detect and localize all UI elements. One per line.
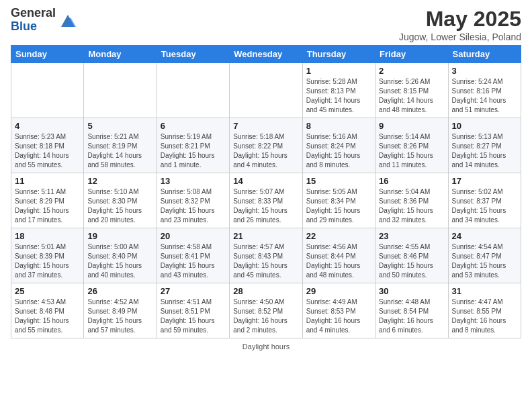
calendar-cell: 19Sunrise: 5:00 AM Sunset: 8:40 PM Dayli… [84, 228, 157, 283]
day-number: 1 [306, 66, 371, 76]
day-info: Sunrise: 4:48 AM Sunset: 8:54 PM Dayligh… [379, 298, 444, 335]
day-info: Sunrise: 5:07 AM Sunset: 8:33 PM Dayligh… [233, 187, 298, 225]
calendar-cell: 21Sunrise: 4:57 AM Sunset: 8:43 PM Dayli… [230, 228, 302, 283]
calendar-week-row: 11Sunrise: 5:11 AM Sunset: 8:29 PM Dayli… [11, 173, 521, 228]
calendar-cell: 17Sunrise: 5:02 AM Sunset: 8:37 PM Dayli… [448, 173, 521, 228]
day-number: 31 [452, 286, 517, 296]
day-of-week-header: Thursday [302, 46, 375, 63]
day-info: Sunrise: 4:47 AM Sunset: 8:55 PM Dayligh… [452, 298, 517, 335]
day-info: Sunrise: 5:23 AM Sunset: 8:18 PM Dayligh… [15, 132, 80, 170]
day-number: 18 [15, 231, 80, 241]
calendar-cell: 30Sunrise: 4:48 AM Sunset: 8:54 PM Dayli… [375, 283, 448, 338]
day-number: 20 [161, 231, 226, 241]
day-info: Sunrise: 4:54 AM Sunset: 8:47 PM Dayligh… [452, 242, 517, 280]
day-number: 26 [87, 286, 152, 296]
logo-icon [58, 11, 77, 30]
day-info: Sunrise: 5:16 AM Sunset: 8:24 PM Dayligh… [306, 132, 371, 170]
day-info: Sunrise: 4:53 AM Sunset: 8:48 PM Dayligh… [15, 298, 80, 335]
day-number: 10 [452, 121, 517, 131]
calendar-cell: 26Sunrise: 4:52 AM Sunset: 8:49 PM Dayli… [84, 283, 157, 338]
day-number: 28 [233, 286, 298, 296]
calendar-body: 1Sunrise: 5:28 AM Sunset: 8:13 PM Daylig… [11, 63, 521, 338]
day-number: 6 [161, 121, 226, 131]
calendar-cell [11, 63, 84, 118]
day-number: 15 [306, 176, 371, 186]
day-info: Sunrise: 5:14 AM Sunset: 8:26 PM Dayligh… [379, 132, 444, 170]
day-info: Sunrise: 5:05 AM Sunset: 8:34 PM Dayligh… [306, 187, 371, 225]
page: General Blue May 2025 Jugow, Lower Siles… [0, 0, 532, 411]
day-info: Sunrise: 4:52 AM Sunset: 8:49 PM Dayligh… [87, 298, 152, 335]
calendar-cell: 23Sunrise: 4:55 AM Sunset: 8:46 PM Dayli… [375, 228, 448, 283]
calendar-cell: 11Sunrise: 5:11 AM Sunset: 8:29 PM Dayli… [11, 173, 84, 228]
calendar-cell: 18Sunrise: 5:01 AM Sunset: 8:39 PM Dayli… [11, 228, 84, 283]
calendar-cell: 22Sunrise: 4:56 AM Sunset: 8:44 PM Dayli… [302, 228, 375, 283]
footer-note: Daylight hours [11, 342, 521, 351]
calendar-cell: 8Sunrise: 5:16 AM Sunset: 8:24 PM Daylig… [302, 118, 375, 173]
logo-general: General [11, 7, 56, 20]
day-info: Sunrise: 5:21 AM Sunset: 8:19 PM Dayligh… [87, 132, 152, 170]
day-number: 22 [306, 231, 371, 241]
calendar-cell: 13Sunrise: 5:08 AM Sunset: 8:32 PM Dayli… [157, 173, 229, 228]
day-info: Sunrise: 5:11 AM Sunset: 8:29 PM Dayligh… [15, 187, 80, 225]
day-info: Sunrise: 5:04 AM Sunset: 8:36 PM Dayligh… [379, 187, 444, 225]
location-subtitle: Jugow, Lower Silesia, Poland [399, 32, 521, 42]
day-info: Sunrise: 4:56 AM Sunset: 8:44 PM Dayligh… [306, 242, 371, 280]
day-number: 7 [233, 121, 298, 131]
day-info: Sunrise: 5:18 AM Sunset: 8:22 PM Dayligh… [233, 132, 298, 170]
calendar-cell: 20Sunrise: 4:58 AM Sunset: 8:41 PM Dayli… [157, 228, 229, 283]
day-info: Sunrise: 5:00 AM Sunset: 8:40 PM Dayligh… [87, 242, 152, 280]
day-info: Sunrise: 4:58 AM Sunset: 8:41 PM Dayligh… [161, 242, 226, 280]
day-number: 9 [379, 121, 444, 131]
day-number: 30 [379, 286, 444, 296]
calendar-cell: 15Sunrise: 5:05 AM Sunset: 8:34 PM Dayli… [302, 173, 375, 228]
calendar-cell: 14Sunrise: 5:07 AM Sunset: 8:33 PM Dayli… [230, 173, 302, 228]
calendar-week-row: 25Sunrise: 4:53 AM Sunset: 8:48 PM Dayli… [11, 283, 521, 338]
calendar-cell: 31Sunrise: 4:47 AM Sunset: 8:55 PM Dayli… [448, 283, 521, 338]
calendar-cell: 1Sunrise: 5:28 AM Sunset: 8:13 PM Daylig… [302, 63, 375, 118]
day-number: 24 [452, 231, 517, 241]
day-info: Sunrise: 5:24 AM Sunset: 8:16 PM Dayligh… [452, 77, 517, 115]
day-number: 2 [379, 66, 444, 76]
day-info: Sunrise: 4:55 AM Sunset: 8:46 PM Dayligh… [379, 242, 444, 280]
calendar-cell: 24Sunrise: 4:54 AM Sunset: 8:47 PM Dayli… [448, 228, 521, 283]
day-info: Sunrise: 5:13 AM Sunset: 8:27 PM Dayligh… [452, 132, 517, 170]
day-number: 5 [87, 121, 152, 131]
day-number: 12 [87, 176, 152, 186]
day-of-week-header: Tuesday [157, 46, 229, 63]
calendar-cell: 4Sunrise: 5:23 AM Sunset: 8:18 PM Daylig… [11, 118, 84, 173]
calendar-cell [157, 63, 229, 118]
day-info: Sunrise: 5:01 AM Sunset: 8:39 PM Dayligh… [15, 242, 80, 280]
calendar-cell: 28Sunrise: 4:50 AM Sunset: 8:52 PM Dayli… [230, 283, 302, 338]
calendar-cell [230, 63, 302, 118]
day-info: Sunrise: 4:57 AM Sunset: 8:43 PM Dayligh… [233, 242, 298, 280]
calendar-cell: 27Sunrise: 4:51 AM Sunset: 8:51 PM Dayli… [157, 283, 229, 338]
calendar-cell: 10Sunrise: 5:13 AM Sunset: 8:27 PM Dayli… [448, 118, 521, 173]
day-number: 29 [306, 286, 371, 296]
day-number: 21 [233, 231, 298, 241]
day-info: Sunrise: 4:49 AM Sunset: 8:53 PM Dayligh… [306, 298, 371, 335]
day-number: 27 [161, 286, 226, 296]
calendar-week-row: 4Sunrise: 5:23 AM Sunset: 8:18 PM Daylig… [11, 118, 521, 173]
day-number: 16 [379, 176, 444, 186]
calendar-cell: 25Sunrise: 4:53 AM Sunset: 8:48 PM Dayli… [11, 283, 84, 338]
day-number: 4 [15, 121, 80, 131]
day-info: Sunrise: 4:50 AM Sunset: 8:52 PM Dayligh… [233, 298, 298, 335]
calendar-week-row: 18Sunrise: 5:01 AM Sunset: 8:39 PM Dayli… [11, 228, 521, 283]
day-number: 13 [161, 176, 226, 186]
day-of-week-header: Sunday [11, 46, 84, 63]
calendar-cell: 29Sunrise: 4:49 AM Sunset: 8:53 PM Dayli… [302, 283, 375, 338]
day-number: 8 [306, 121, 371, 131]
calendar-cell: 12Sunrise: 5:10 AM Sunset: 8:30 PM Dayli… [84, 173, 157, 228]
day-of-week-header: Friday [375, 46, 448, 63]
logo: General Blue [11, 7, 77, 34]
day-info: Sunrise: 5:10 AM Sunset: 8:30 PM Dayligh… [87, 187, 152, 225]
logo-text: General Blue [11, 7, 56, 34]
day-number: 23 [379, 231, 444, 241]
calendar-cell: 2Sunrise: 5:26 AM Sunset: 8:15 PM Daylig… [375, 63, 448, 118]
day-info: Sunrise: 5:08 AM Sunset: 8:32 PM Dayligh… [161, 187, 226, 225]
calendar-table: SundayMondayTuesdayWednesdayThursdayFrid… [11, 45, 521, 338]
day-info: Sunrise: 5:26 AM Sunset: 8:15 PM Dayligh… [379, 77, 444, 115]
calendar-cell: 5Sunrise: 5:21 AM Sunset: 8:19 PM Daylig… [84, 118, 157, 173]
calendar-cell: 9Sunrise: 5:14 AM Sunset: 8:26 PM Daylig… [375, 118, 448, 173]
day-of-week-header: Wednesday [230, 46, 302, 63]
